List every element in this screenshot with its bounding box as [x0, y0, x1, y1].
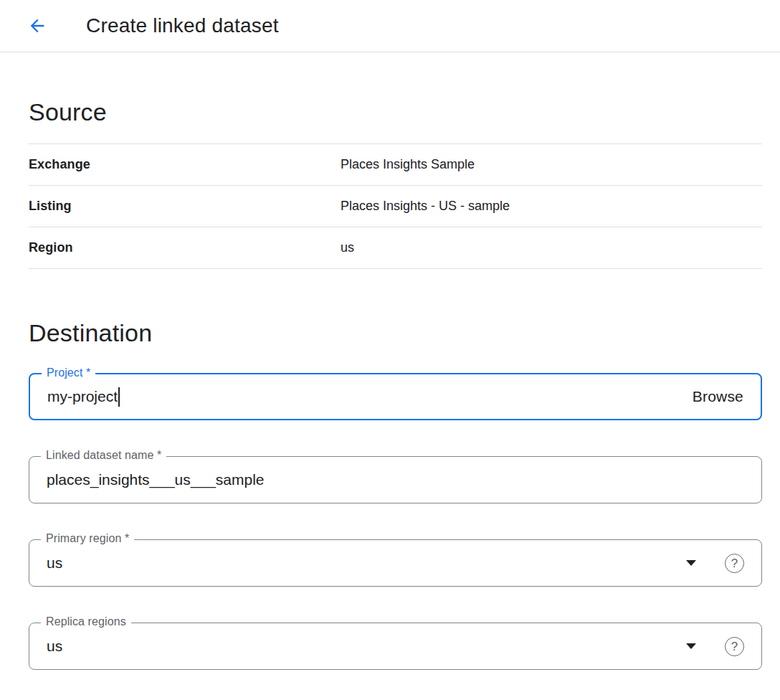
text-cursor: [118, 387, 120, 407]
region-value: us: [341, 240, 354, 255]
page-title: Create linked dataset: [86, 14, 279, 37]
replica-regions-select[interactable]: Replica regions us ?: [29, 623, 762, 670]
main-content: Source Exchange Places Insights Sample L…: [0, 98, 780, 670]
arrow-back-icon: [27, 16, 47, 36]
source-info-table: Exchange Places Insights Sample Listing …: [29, 143, 762, 269]
linked-dataset-name-field[interactable]: Linked dataset name * places_insights___…: [29, 456, 762, 503]
listing-label: Listing: [29, 199, 341, 214]
project-field-value: my-project: [47, 388, 118, 405]
table-row: Region us: [29, 227, 762, 269]
primary-region-label: Primary region *: [41, 532, 134, 545]
listing-value: Places Insights - US - sample: [341, 199, 510, 214]
exchange-label: Exchange: [29, 157, 341, 172]
browse-button[interactable]: Browse: [693, 388, 743, 405]
replica-regions-label: Replica regions: [41, 615, 131, 628]
chevron-down-icon[interactable]: [686, 560, 696, 566]
primary-region-value: us: [47, 554, 62, 572]
header: Create linked dataset: [0, 0, 780, 52]
help-icon[interactable]: ?: [725, 554, 744, 573]
exchange-value: Places Insights Sample: [341, 157, 475, 172]
project-field[interactable]: Project * my-project Browse: [29, 373, 762, 420]
region-label: Region: [29, 240, 341, 255]
help-icon[interactable]: ?: [725, 637, 744, 656]
source-section-heading: Source: [29, 98, 762, 126]
project-field-label: Project *: [42, 366, 95, 379]
back-button[interactable]: [22, 10, 53, 42]
table-row: Listing Places Insights - US - sample: [29, 186, 762, 227]
linked-dataset-name-value: places_insights___us___sample: [47, 471, 265, 488]
linked-dataset-name-label: Linked dataset name *: [41, 449, 166, 462]
chevron-down-icon[interactable]: [686, 643, 696, 649]
primary-region-select[interactable]: Primary region * us ?: [29, 539, 762, 587]
table-row: Exchange Places Insights Sample: [29, 144, 762, 186]
replica-regions-value: us: [47, 638, 62, 655]
destination-section-heading: Destination: [29, 319, 762, 347]
